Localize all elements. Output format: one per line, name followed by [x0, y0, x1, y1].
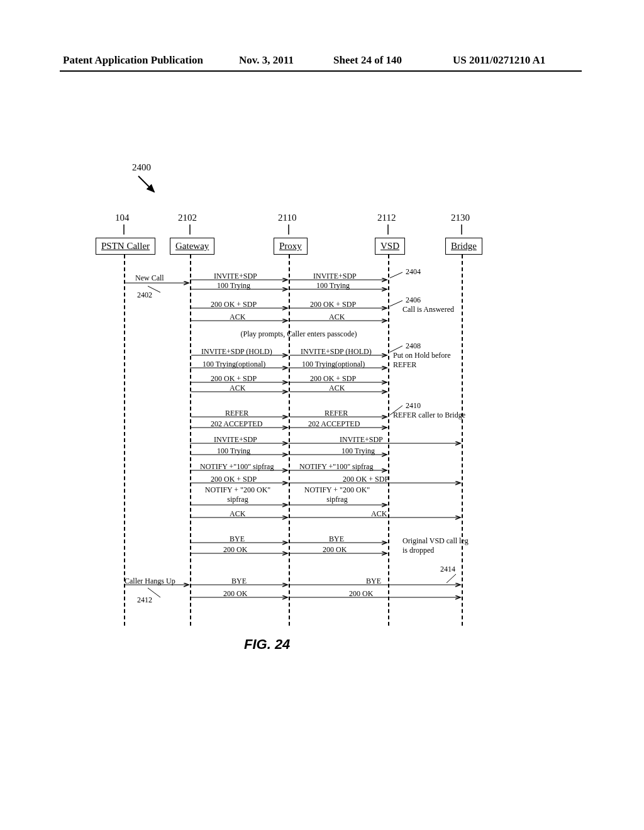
msg: 200 OK — [223, 589, 247, 599]
page: Patent Application Publication Nov. 3, 2… — [0, 0, 644, 830]
ref-2406: 2406 — [406, 296, 421, 305]
msg: 100 Trying — [341, 446, 375, 456]
msg-caller-hangs: Caller Hangs Up — [125, 577, 175, 586]
msg: 200 OK + SDP — [310, 300, 356, 309]
header-doc-number: US 2011/0271210 A1 — [453, 54, 545, 67]
header-date: Nov. 3, 2011 — [239, 54, 294, 67]
msg: 200 OK — [323, 545, 347, 555]
msg: ACK — [371, 509, 387, 519]
header-rule — [60, 70, 582, 72]
node-number: 2102 — [178, 213, 197, 223]
msg: 200 OK + SDP — [211, 475, 257, 484]
note-prompts: (Play prompts, Caller enters passcode) — [217, 329, 380, 339]
node-label-proxy: Proxy — [274, 238, 308, 255]
msg: ACK — [329, 384, 345, 393]
msg: 100 Trying(optional) — [302, 360, 365, 369]
msg: REFER — [225, 409, 248, 418]
msg: ACK — [329, 313, 345, 322]
ref-2404: 2404 — [406, 267, 421, 277]
msg: BYE — [366, 577, 381, 586]
ref-2408: 2408 — [406, 341, 421, 351]
svg-line-49 — [390, 301, 402, 306]
msg: NOTIFY + "200 OK" sipfrag — [303, 485, 372, 504]
msg: ACK — [230, 509, 245, 519]
msg: NOTIFY + "200 OK" sipfrag — [203, 485, 272, 504]
msg: 100 Trying — [217, 446, 250, 456]
sequence-arrows — [0, 255, 644, 632]
node-label-vsd: VSD — [375, 238, 405, 255]
msg: NOTIFY +"100" sipfrag — [200, 462, 274, 472]
header-sheet: Sheet 24 of 140 — [333, 54, 402, 67]
figure-caption: FIG. 24 — [244, 636, 290, 653]
note-call-answered: Call is Answered — [402, 305, 454, 314]
msg: BYE — [329, 534, 344, 544]
header-publication: Patent Application Publication — [63, 54, 203, 67]
ref-2412: 2412 — [137, 595, 152, 605]
msg: 200 OK + SDP — [211, 374, 257, 384]
diagram-ref-number: 2400 — [132, 162, 151, 173]
msg: INVITE+SDP (HOLD) — [201, 347, 272, 357]
msg: 100 Trying — [217, 281, 250, 290]
msg: ACK — [230, 313, 245, 322]
msg: 200 OK — [349, 589, 373, 599]
msg: 202 ACCEPTED — [308, 419, 360, 429]
msg: 200 OK + SDP — [310, 374, 356, 384]
note-hold-before-refer: Put on Hold before REFER — [393, 351, 465, 370]
msg: 200 OK + SDP — [211, 300, 257, 309]
ref-2414: 2414 — [440, 565, 455, 574]
msg: BYE — [230, 534, 245, 544]
msg: 200 OK — [223, 545, 247, 555]
note-vsd-dropped: Original VSD call leg is dropped — [402, 536, 469, 555]
ref-2402: 2402 — [137, 290, 152, 300]
svg-line-48 — [390, 272, 402, 278]
node-number: 2130 — [451, 213, 470, 223]
msg: 202 ACCEPTED — [211, 419, 262, 429]
node-label-bridge: Bridge — [445, 238, 482, 255]
msg: INVITE+SDP — [214, 435, 257, 445]
msg: INVITE+SDP — [340, 435, 383, 445]
node-number: 2112 — [377, 213, 396, 223]
msg: ACK — [230, 384, 245, 393]
svg-line-0 — [138, 176, 154, 192]
svg-line-54 — [447, 574, 456, 583]
msg: 200 OK + SDP — [343, 475, 389, 484]
msg: BYE — [231, 577, 247, 586]
tick-marks — [94, 223, 503, 236]
msg: INVITE+SDP — [313, 272, 357, 281]
msg: 100 Trying — [316, 281, 350, 290]
node-number: 104 — [115, 213, 130, 223]
msg: NOTIFY +"100" sipfrag — [299, 462, 373, 472]
note-refer-bridge: REFER caller to Bridge — [393, 411, 465, 420]
msg: INVITE+SDP (HOLD) — [301, 347, 372, 357]
msg-new-call: New Call — [135, 274, 164, 283]
node-label-pstn: PSTN Caller — [96, 238, 155, 255]
msg: REFER — [325, 409, 348, 418]
pointer-arrow-icon — [135, 173, 160, 198]
node-label-gateway: Gateway — [170, 238, 214, 255]
msg: INVITE+SDP — [214, 272, 257, 281]
node-number: 2110 — [278, 213, 296, 223]
ref-2410: 2410 — [406, 401, 421, 411]
msg: 100 Trying(optional) — [203, 360, 265, 369]
